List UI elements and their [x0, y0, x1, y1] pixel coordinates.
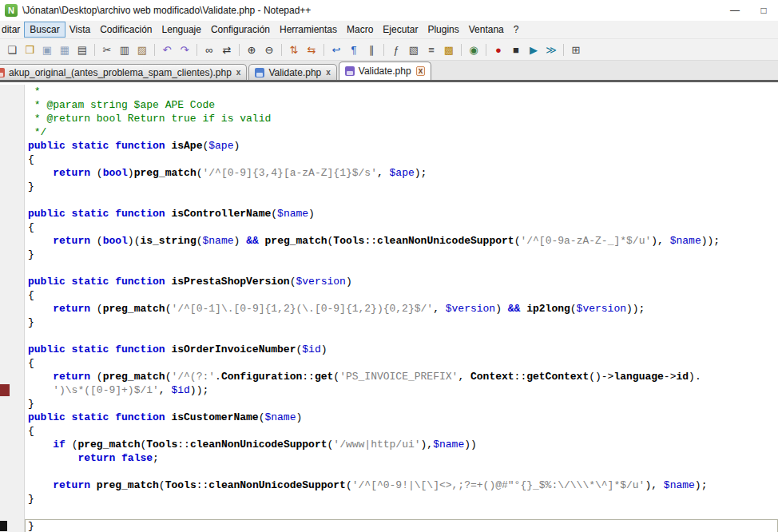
code-text: */: [25, 125, 778, 139]
menu-item-buscar[interactable]: Buscar: [25, 22, 64, 37]
code-line[interactable]: {: [0, 153, 778, 166]
save-all-icon[interactable]: ▦: [57, 42, 73, 58]
menu-item-macro[interactable]: Macro: [342, 22, 378, 37]
tab-akup-original-antes-problema-spam-clientes-php[interactable]: akup_original_(antes_problema_spam_clien…: [0, 64, 247, 80]
macro-run-multiple-icon[interactable]: ≫: [543, 42, 559, 58]
code-line[interactable]: }: [0, 519, 778, 532]
show-all-characters-icon[interactable]: ¶: [346, 42, 362, 58]
code-line[interactable]: return (preg_match('/^(?:'.Configuration…: [0, 370, 778, 383]
code-line[interactable]: public static function isControllerName(…: [0, 207, 778, 220]
code-line[interactable]: }: [0, 248, 778, 261]
code-line[interactable]: return (preg_match('/^[0-1]\.[0-9]{1,2}(…: [0, 302, 778, 316]
token-pln: {: [28, 425, 34, 437]
editor-margin: [0, 275, 25, 288]
menu-bar: ditarBuscarVistaCodificaciónLenguajeConf…: [0, 21, 778, 38]
code-lines: * * @param string $ape APE Code * @retur…: [0, 85, 778, 532]
code-line[interactable]: public static function isApe($ape): [0, 139, 778, 153]
code-line[interactable]: [0, 329, 778, 343]
save-file-icon[interactable]: ▣: [39, 42, 55, 58]
folder-as-workspace-icon[interactable]: ▩: [441, 42, 457, 58]
code-line[interactable]: return false;: [0, 451, 778, 465]
find-icon[interactable]: ∞: [201, 42, 217, 58]
menu-item-herramientas[interactable]: Herramientas: [275, 22, 342, 37]
menu-item-ventana[interactable]: Ventana: [464, 22, 509, 37]
code-line[interactable]: }: [0, 397, 778, 411]
code-line[interactable]: */: [0, 125, 778, 139]
token-pln: ,: [377, 167, 390, 179]
macro-record-icon[interactable]: ●: [490, 42, 506, 58]
minimize-button[interactable]: —: [720, 0, 749, 21]
replace-icon[interactable]: ⇄: [219, 42, 235, 58]
code-line[interactable]: return (bool)preg_match('/^[0-9]{3,4}[a-…: [0, 166, 778, 180]
code-line[interactable]: * @return bool Return true if is valid: [0, 112, 778, 125]
menu-item-configuraci-n[interactable]: Configuración: [206, 22, 275, 37]
code-text: return (bool)preg_match('/^[0-9]{3,4}[a-…: [25, 166, 778, 180]
tab-validate-php[interactable]: Validate.phpx: [248, 64, 336, 80]
code-line[interactable]: [0, 465, 778, 478]
tab-close-icon[interactable]: x: [326, 69, 331, 77]
tab-close-icon[interactable]: x: [416, 66, 426, 76]
code-line[interactable]: }: [0, 492, 778, 506]
code-text: [25, 329, 778, 343]
title-bar[interactable]: N \Jónatan\Desktop\archivo web modificad…: [0, 0, 778, 21]
tab-close-icon[interactable]: x: [236, 69, 241, 77]
preferences-grid-icon[interactable]: ⊞: [568, 42, 584, 58]
code-line[interactable]: [0, 506, 778, 519]
menu-item-lenguaje[interactable]: Lenguaje: [157, 22, 206, 37]
token-kw: public static function: [28, 140, 171, 152]
menu-item-plugins[interactable]: Plugins: [423, 22, 463, 37]
document-map-icon[interactable]: ▧: [406, 42, 422, 58]
code-line[interactable]: public static function isCustomerName($n…: [0, 411, 778, 424]
code-line[interactable]: return preg_match(Tools::cleanNonUnicode…: [0, 478, 778, 492]
indent-guide-icon[interactable]: ∥: [363, 42, 379, 58]
sync-horizontal-scroll-icon[interactable]: ⇆: [304, 42, 320, 58]
open-file-icon[interactable]: ❒: [22, 42, 38, 58]
code-line[interactable]: }: [0, 180, 778, 193]
sync-vertical-scroll-icon[interactable]: ⇅: [286, 42, 302, 58]
code-line[interactable]: {: [0, 220, 778, 234]
document-list-icon[interactable]: ≡: [423, 42, 439, 58]
print-icon[interactable]: ▤: [74, 42, 90, 58]
editor-margin: [0, 411, 25, 424]
copy-icon[interactable]: ▥: [117, 42, 133, 58]
code-line[interactable]: * @param string $ape APE Code: [0, 98, 778, 112]
code-line[interactable]: public static function isOrderInvoiceNum…: [0, 343, 778, 356]
code-editor[interactable]: * * @param string $ape APE Code * @retur…: [0, 82, 778, 532]
cut-icon[interactable]: ✂: [99, 42, 115, 58]
code-line[interactable]: {: [0, 356, 778, 370]
editor-margin: [0, 492, 25, 506]
token-pln: ::: [177, 439, 190, 451]
macro-play-icon[interactable]: ▶: [526, 42, 542, 58]
code-line[interactable]: if (preg_match(Tools::cleanNonUnicodeSup…: [0, 438, 778, 451]
word-wrap-icon[interactable]: ↩: [328, 42, 344, 58]
macro-stop-icon[interactable]: ■: [508, 42, 524, 58]
code-line[interactable]: [0, 193, 778, 207]
zoom-out-icon[interactable]: ⊖: [261, 42, 277, 58]
view-in-browser-icon[interactable]: ◉: [466, 42, 482, 58]
code-line[interactable]: }: [0, 316, 778, 329]
token-var: $name: [664, 479, 695, 491]
new-file-icon[interactable]: ❏: [4, 42, 20, 58]
code-line[interactable]: public static function isPrestaShopVersi…: [0, 275, 778, 288]
maximize-button[interactable]: □: [749, 0, 778, 21]
menu-item-ditar[interactable]: ditar: [0, 22, 25, 37]
code-line[interactable]: ')\s*([0-9]+)$/i', $id));: [0, 383, 778, 397]
function-list-icon[interactable]: ƒ: [388, 42, 404, 58]
tab-validate-php[interactable]: Validate.phpx: [339, 62, 431, 80]
paste-icon[interactable]: ▨: [134, 42, 150, 58]
undo-icon[interactable]: ↶: [159, 42, 175, 58]
zoom-in-icon[interactable]: ⊕: [244, 42, 260, 58]
menu-item-vista[interactable]: Vista: [65, 22, 95, 37]
token-fn: cleanNonUnicodeSupport: [377, 235, 514, 247]
code-line[interactable]: return (bool)(is_string($name) && preg_m…: [0, 234, 778, 248]
code-line[interactable]: *: [0, 85, 778, 98]
token-fn: isOrderInvoiceNumber: [171, 343, 296, 355]
menu-item-help[interactable]: ?: [509, 22, 524, 37]
code-line[interactable]: {: [0, 424, 778, 438]
menu-item-ejecutar[interactable]: Ejecutar: [378, 22, 423, 37]
token-pln: ): [308, 208, 315, 220]
menu-item-codificaci-n[interactable]: Codificación: [95, 22, 157, 37]
code-line[interactable]: {: [0, 288, 778, 302]
redo-icon[interactable]: ↷: [177, 42, 193, 58]
code-line[interactable]: [0, 261, 778, 275]
